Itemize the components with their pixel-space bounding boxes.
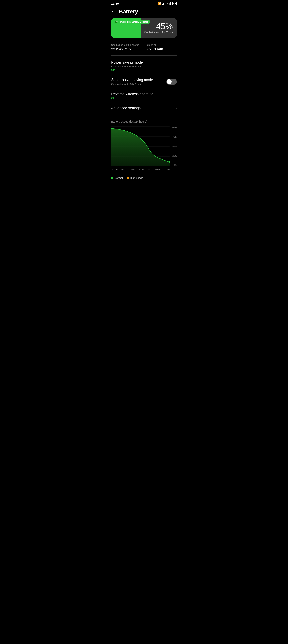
usage-section-title: Battery usage (last 24 hours) (111, 120, 177, 123)
battery-card: ✓ Powered by Battery Booster 45% Can las… (111, 18, 177, 38)
shield-icon: ✓ (115, 20, 118, 23)
page-title: Battery (119, 8, 138, 15)
legend-normal: Normal (111, 176, 123, 180)
settings-subtitle: Can last about 23 h 25 min (111, 82, 153, 86)
battery-estimate: Can last about 14 h 55 min (144, 31, 173, 34)
settings-item-power-saving[interactable]: Power saving mode Can last about 15 h 46… (108, 57, 180, 75)
settings-item-left: Reverse wireless charging Off (111, 92, 153, 100)
x-label-0400: 04:00 (147, 168, 152, 171)
signal-type: R (167, 2, 168, 4)
battery-info: 45% Can last about 14 h 55 min (144, 22, 173, 34)
y-label-0: 0% (171, 164, 177, 166)
usage-since-charge: Used since last full charge 22 h 42 min (111, 44, 139, 52)
wifi-icon: 📶 (158, 2, 161, 5)
since-charge-value: 22 h 42 min (111, 47, 139, 52)
chart-legend: Normal High usage (108, 174, 180, 183)
usage-screen-on: Screen on 3 h 19 min (146, 44, 163, 52)
battery-usage-section: Battery usage (last 24 hours) (108, 117, 180, 174)
legend-normal-label: Normal (114, 176, 123, 180)
chart-svg-container (111, 126, 170, 167)
settings-item-left: Power saving mode Can last about 15 h 46… (111, 60, 143, 72)
y-label-25: 25% (171, 154, 177, 157)
page-header: ← Battery (108, 6, 180, 18)
svg-rect-3 (165, 2, 165, 5)
chevron-icon: › (176, 64, 177, 68)
legend-high-label: High usage (130, 176, 143, 180)
toggle-super-power-saving[interactable] (166, 79, 177, 84)
y-label-100: 100% (171, 126, 177, 129)
settings-status: Off (111, 68, 143, 72)
x-label-1600: 16:00 (121, 168, 126, 171)
legend-high-usage: High usage (127, 176, 143, 180)
back-button[interactable]: ← (111, 9, 116, 14)
status-icons: 📶 R 45 (158, 2, 177, 5)
settings-item-left: Super power saving mode Can last about 2… (111, 78, 153, 86)
since-charge-label: Used since last full charge (111, 44, 139, 46)
usage-stats: Used since last full charge 22 h 42 min … (108, 41, 180, 54)
svg-text:✓: ✓ (116, 21, 117, 23)
settings-item-left: Advanced settings (111, 106, 141, 110)
battery-status-value: 45 (173, 2, 176, 4)
x-label-2000: 20:00 (129, 168, 135, 171)
x-label-0000: 00:00 (138, 168, 144, 171)
settings-item-advanced-settings[interactable]: Advanced settings › (108, 103, 180, 113)
divider-2 (111, 115, 177, 115)
battery-chart: 100% 75% 50% 25% 0% 12:00 16:00 20:00 00… (111, 126, 177, 172)
svg-rect-6 (170, 2, 171, 5)
chart-y-labels: 100% 75% 50% 25% 0% (170, 126, 177, 166)
chevron-icon: › (176, 94, 177, 98)
status-bar: 11:39 📶 R 45 (108, 0, 180, 6)
legend-normal-dot (111, 177, 113, 179)
settings-subtitle: Can last about 15 h 46 min (111, 65, 143, 68)
toggle-knob (167, 79, 172, 84)
svg-rect-7 (171, 2, 171, 5)
legend-high-dot (127, 177, 129, 179)
chart-x-labels: 12:00 16:00 20:00 00:00 04:00 08:00 12:0… (111, 167, 177, 171)
settings-list: Power saving mode Can last about 15 h 46… (108, 57, 180, 113)
battery-chart-svg (111, 126, 170, 166)
svg-rect-0 (162, 4, 163, 5)
svg-rect-4 (169, 4, 169, 5)
y-label-75: 75% (171, 136, 177, 138)
signal-icon2 (169, 2, 172, 5)
battery-booster-badge: ✓ Powered by Battery Booster (113, 20, 150, 24)
svg-rect-2 (164, 2, 164, 5)
signal-icon (162, 2, 166, 5)
chart-area: 100% 75% 50% 25% 0% (111, 126, 177, 167)
settings-title: Super power saving mode (111, 78, 153, 82)
x-label-1200: 12:00 (112, 168, 118, 171)
x-label-1200b: 12:00 (164, 168, 170, 171)
screen-on-label: Screen on (146, 44, 163, 46)
divider-1 (111, 56, 177, 56)
svg-rect-1 (163, 3, 164, 5)
battery-status-icon: 45 (172, 2, 177, 5)
settings-title: Power saving mode (111, 60, 143, 65)
settings-item-reverse-wireless[interactable]: Reverse wireless charging Off › (108, 89, 180, 103)
settings-item-super-power-saving[interactable]: Super power saving mode Can last about 2… (108, 75, 180, 89)
y-label-50: 50% (171, 145, 177, 148)
settings-status: Off (111, 96, 153, 100)
screen-on-value: 3 h 19 min (146, 47, 163, 52)
status-time: 11:39 (111, 2, 119, 5)
settings-title: Reverse wireless charging (111, 92, 153, 96)
settings-title: Advanced settings (111, 106, 141, 110)
booster-label: Powered by Battery Booster (119, 21, 148, 23)
chevron-icon: › (176, 106, 177, 110)
svg-rect-5 (169, 3, 170, 5)
x-label-0800: 08:00 (155, 168, 161, 171)
